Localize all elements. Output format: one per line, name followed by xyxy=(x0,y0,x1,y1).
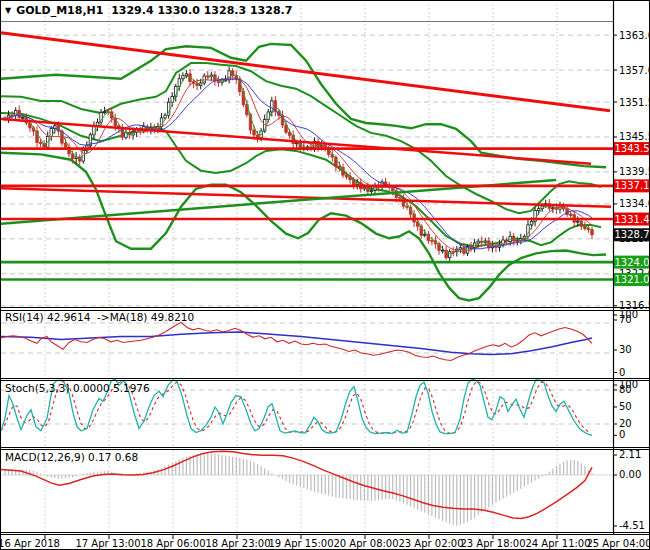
price-chart-canvas[interactable]: 1363.01357.01351.51345.51339.51334.01328… xyxy=(1,1,650,550)
candle-body xyxy=(370,190,373,191)
price-axis-label: 1345.5 xyxy=(619,131,650,142)
time-axis-label: 18 Apr 06:00 xyxy=(140,538,205,549)
candle-body xyxy=(253,130,256,135)
candle-body xyxy=(577,221,580,222)
macd-scale-label: -4.51 xyxy=(619,520,645,531)
price-badge-label: 1324.0 xyxy=(615,257,650,268)
time-axis-label: 23 Apr 02:00 xyxy=(398,538,463,549)
candle-body xyxy=(103,112,106,113)
price-badge-label: 1331.4 xyxy=(615,214,650,225)
price-badge-label: 1337.1 xyxy=(615,180,650,191)
rsi-indicator-label: RSI(14) 42.9614 ->MA(18) 49.8210 xyxy=(5,311,194,323)
rsi-scale-label: 70 xyxy=(619,314,632,325)
candle-body xyxy=(477,241,480,243)
candle-body xyxy=(185,74,188,76)
time-axis-label: 19 Apr 15:00 xyxy=(268,538,333,549)
stoch-scale-label: 50 xyxy=(619,401,632,412)
rsi-scale-label: 0 xyxy=(619,367,625,378)
chart-window: 1363.01357.01351.51345.51339.51334.01328… xyxy=(0,0,650,550)
stoch-scale-label: 80 xyxy=(619,384,632,395)
price-axis-label: 1351.5 xyxy=(619,97,650,108)
stoch-scale-label: 20 xyxy=(619,418,632,429)
candle-body xyxy=(424,234,427,235)
symbol-dropdown-icon[interactable]: ▼ xyxy=(5,6,11,15)
time-axis-label: 24 Apr 11:00 xyxy=(525,538,590,549)
stoch-indicator-label: Stoch(5,3,3) 0.0000 5.1976 xyxy=(5,382,150,394)
candle-body xyxy=(537,209,540,211)
price-badge-label: 1343.5 xyxy=(615,143,650,154)
time-axis-label: 18 Apr 23:00 xyxy=(205,538,270,549)
chart-title-bar: ▼ GOLD_M18,H1 1329.4 1330.0 1328.3 1328.… xyxy=(5,4,292,17)
price-axis-label: 1334.0 xyxy=(619,198,650,209)
candle-body xyxy=(217,81,220,82)
chart-title: GOLD_M18,H1 1329.4 1330.0 1328.3 1328.7 xyxy=(16,4,292,17)
candle-body xyxy=(182,76,185,79)
candle-body xyxy=(448,252,451,258)
candle-body xyxy=(406,206,409,207)
candle-body xyxy=(441,250,444,251)
candle-body xyxy=(207,76,210,77)
stoch-scale-label: 0 xyxy=(619,429,625,440)
macd-indicator-label: MACD(12,26,9) 0.17 0.68 xyxy=(5,451,138,463)
price-axis-label: 1357.0 xyxy=(619,65,650,76)
candle-body xyxy=(345,175,348,177)
macd-scale-label: 0.00 xyxy=(619,469,641,480)
price-badge-label: 1328.7 xyxy=(615,229,650,240)
candle-body xyxy=(22,117,25,118)
price-badge-label: 1321.0 xyxy=(615,274,650,285)
price-axis-label: 1363.0 xyxy=(619,30,650,41)
rsi-scale-label: 30 xyxy=(619,344,632,355)
candle-body xyxy=(64,143,67,147)
time-axis-label: 23 Apr 18:00 xyxy=(460,538,525,549)
candle-body xyxy=(39,143,42,144)
candle-body xyxy=(431,241,434,242)
macd-scale-label: 2.11 xyxy=(619,449,641,460)
time-axis-label: 16 Apr 2018 xyxy=(1,538,60,549)
candle-body xyxy=(470,247,473,248)
price-axis-label: 1339.5 xyxy=(619,166,650,177)
candle-body xyxy=(295,143,298,144)
time-axis-label: 20 Apr 08:00 xyxy=(333,538,398,549)
time-axis-label: 17 Apr 13:00 xyxy=(75,538,140,549)
candle-body xyxy=(338,166,341,167)
time-axis-label: 25 Apr 04:00 xyxy=(586,538,650,549)
